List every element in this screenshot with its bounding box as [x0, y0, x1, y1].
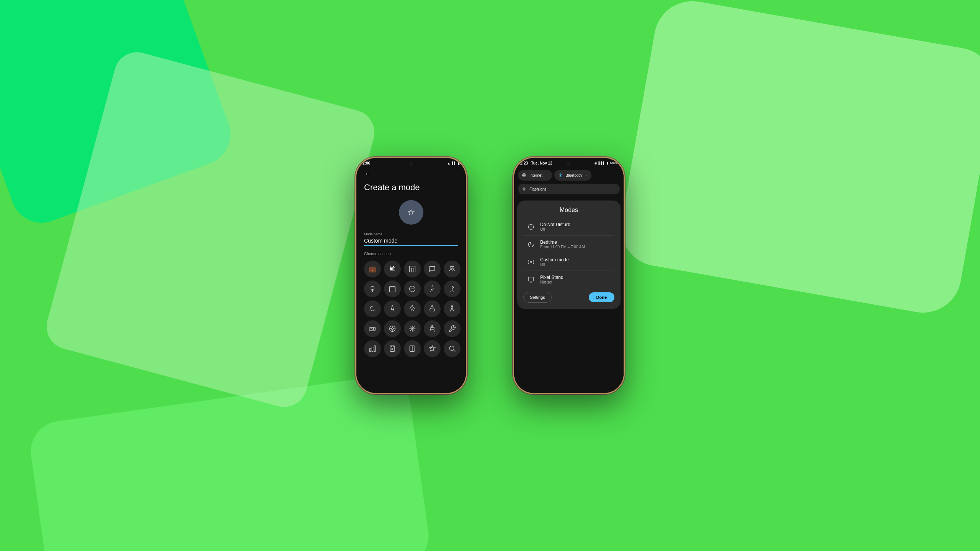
pixelstand-icon — [526, 275, 536, 284]
flashlight-label: Flashlight — [529, 187, 546, 191]
custom-mode-name: Custom mode — [540, 257, 611, 262]
volume-down-button[interactable] — [355, 225, 356, 246]
right-wifi-icon: ◉ — [595, 161, 597, 165]
icon-clipboard[interactable] — [384, 340, 401, 357]
bluetooth-tile[interactable]: Bluetooth › — [554, 170, 591, 181]
right-volume-button[interactable] — [624, 223, 625, 238]
svg-rect-39 — [390, 346, 395, 352]
quick-tiles-row: Internet › Bluetooth › — [514, 167, 624, 184]
mode-item-dnd[interactable]: Do Not Disturb Off — [523, 218, 614, 236]
modes-title: Modes — [523, 207, 614, 214]
icon-bulb[interactable] — [364, 280, 381, 297]
icon-grid-row-1: 💼 🏛 — [364, 261, 458, 277]
icon-wheel[interactable] — [384, 320, 401, 337]
bedtime-icon — [526, 240, 536, 249]
icon-martial[interactable] — [424, 300, 441, 317]
svg-rect-20 — [369, 328, 376, 331]
icon-search[interactable] — [444, 340, 461, 357]
bluetooth-arrow: › — [586, 174, 587, 177]
mode-item-custom[interactable]: Custom mode Off — [523, 253, 614, 271]
svg-point-19 — [451, 306, 452, 307]
power-button[interactable] — [466, 204, 467, 219]
left-time: 2:06 — [363, 161, 370, 165]
icon-golf[interactable] — [444, 280, 461, 297]
internet-arrow: › — [546, 174, 547, 177]
svg-rect-51 — [528, 277, 534, 281]
icon-briefcase[interactable]: 💼 — [364, 261, 381, 277]
icon-dance[interactable] — [444, 300, 461, 317]
battery-icon: ▮ — [458, 161, 460, 165]
icon-minus[interactable] — [404, 280, 421, 297]
phones-container: 2:06 ▲ ▌▌ ▮ ← Create a mode ☆ — [355, 157, 625, 394]
star-icon: ☆ — [407, 207, 415, 218]
settings-button[interactable]: Settings — [523, 292, 552, 303]
svg-point-35 — [431, 326, 433, 327]
internet-icon — [521, 172, 527, 178]
internet-tile[interactable]: Internet › — [518, 170, 552, 181]
bluetooth-icon — [557, 172, 564, 178]
icon-swim[interactable] — [364, 300, 381, 317]
mode-name-input[interactable]: Custom mode — [364, 238, 458, 246]
left-screen-content: ← Create a mode ☆ Mode name Custom mode … — [356, 170, 466, 357]
page-title: Create a mode — [364, 183, 458, 192]
icon-run[interactable] — [424, 280, 441, 297]
pixelstand-text: Pixel Stand Not set — [540, 275, 611, 284]
svg-point-23 — [374, 328, 374, 329]
icon-hike[interactable] — [384, 300, 401, 317]
done-button[interactable]: Done — [589, 292, 615, 302]
bedtime-name: Bedtime — [540, 240, 611, 245]
svg-point-17 — [431, 306, 433, 307]
icon-chart[interactable] — [364, 340, 381, 357]
icon-snowflake[interactable] — [404, 320, 421, 337]
icon-bank[interactable]: 🏛 — [384, 261, 401, 277]
svg-point-15 — [392, 306, 393, 307]
back-button[interactable]: ← — [364, 170, 458, 178]
svg-point-13 — [432, 286, 433, 287]
icon-chat[interactable] — [424, 261, 441, 277]
flashlight-tile[interactable]: Flashlight — [518, 184, 620, 194]
icon-game[interactable] — [364, 320, 381, 337]
right-phone-screen: 2:23 Tue, Nov 12 ◉ ▌▌▌ ▮ 100% — [514, 158, 624, 393]
choose-icon-label: Choose an icon — [364, 252, 458, 256]
right-time: 2:23 — [520, 161, 528, 165]
icon-group[interactable] — [444, 261, 461, 277]
svg-rect-0 — [410, 266, 415, 272]
bg-shape-3 — [27, 372, 433, 551]
dnd-icon — [526, 222, 536, 231]
svg-rect-36 — [370, 349, 371, 352]
pixelstand-name: Pixel Stand — [540, 275, 611, 280]
custom-mode-status: Off — [540, 262, 611, 267]
icon-grid-row-2 — [364, 280, 458, 297]
svg-point-5 — [452, 266, 454, 268]
icon-book[interactable] — [404, 340, 421, 357]
icon-calendar[interactable] — [384, 280, 401, 297]
right-time-date: 2:23 Tue, Nov 12 — [520, 161, 552, 165]
volume-up-button[interactable] — [355, 200, 356, 221]
icon-sparkle[interactable] — [424, 340, 441, 357]
right-date: Tue, Nov 12 — [531, 161, 552, 165]
mode-icon-circle[interactable]: ☆ — [399, 200, 423, 225]
icon-yoga[interactable] — [404, 300, 421, 317]
svg-line-46 — [454, 350, 456, 352]
icon-grid-row-3 — [364, 300, 458, 317]
wifi-icon: ▲ — [447, 161, 451, 165]
mode-item-pixelstand[interactable]: Pixel Stand Not set — [523, 271, 614, 288]
dnd-text: Do Not Disturb Off — [540, 222, 611, 231]
dnd-status: Off — [540, 227, 611, 231]
bluetooth-label: Bluetooth — [566, 173, 582, 178]
bg-shape-2 — [615, 0, 980, 319]
icon-meditation[interactable] — [424, 320, 441, 337]
mode-item-bedtime[interactable]: Bedtime From 11:00 PM – 7:00 AM — [523, 236, 614, 253]
svg-point-24 — [373, 329, 374, 330]
right-power-button[interactable] — [624, 204, 625, 219]
svg-point-50 — [530, 261, 532, 263]
icon-building[interactable] — [404, 261, 421, 277]
right-camera-notch — [567, 162, 571, 166]
flashlight-row: Flashlight — [514, 184, 624, 197]
icon-grid-row-4 — [364, 320, 458, 337]
bedtime-status: From 11:00 PM – 7:00 AM — [540, 245, 611, 249]
phone-left: 2:06 ▲ ▌▌ ▮ ← Create a mode ☆ — [355, 157, 467, 394]
signal-icon: ▌▌ — [452, 161, 456, 165]
custom-mode-text: Custom mode Off — [540, 257, 611, 267]
icon-wrench[interactable] — [444, 320, 461, 337]
